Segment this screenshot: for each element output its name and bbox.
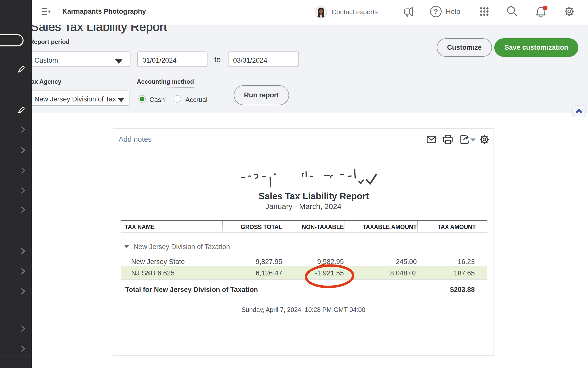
svg-text:?: ? xyxy=(434,8,438,15)
